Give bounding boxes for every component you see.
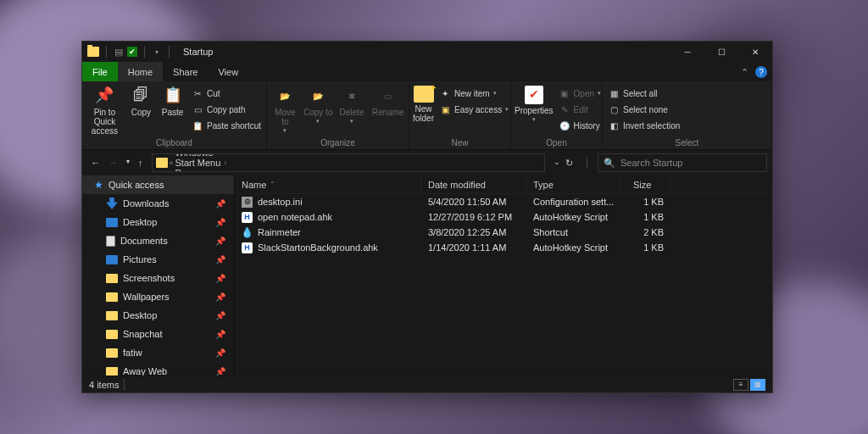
- select-none-button[interactable]: ▢Select none: [606, 102, 682, 117]
- breadcrumb[interactable]: « Microsoft›Windows›Start Menu›Programs›…: [152, 153, 546, 172]
- sidebar-item[interactable]: Screenshots📌: [82, 269, 234, 287]
- refresh-button[interactable]: ↻: [565, 158, 573, 169]
- edit-icon: ✎: [559, 103, 570, 115]
- back-button[interactable]: ←: [91, 158, 100, 168]
- move-to-button[interactable]: 📂 Move to▾: [270, 86, 300, 134]
- help-icon[interactable]: ?: [755, 66, 767, 78]
- col-size[interactable]: Size: [620, 175, 670, 193]
- minimize-button[interactable]: ─: [670, 42, 704, 62]
- search-input[interactable]: 🔍 Search Startup: [598, 153, 767, 172]
- tab-home[interactable]: Home: [118, 62, 163, 81]
- close-button[interactable]: ✕: [738, 42, 772, 62]
- pin-icon: 📌: [93, 86, 115, 106]
- folder-icon: [106, 198, 118, 209]
- sidebar-item[interactable]: Documents📌: [82, 231, 234, 250]
- folder-icon: [106, 218, 118, 227]
- scissors-icon: ✂: [192, 87, 203, 99]
- qa-pin-icon[interactable]: ▤: [114, 47, 124, 57]
- recent-dropdown[interactable]: ▾: [126, 158, 130, 168]
- sidebar-quick-access[interactable]: ★ Quick access: [82, 175, 234, 194]
- rename-button[interactable]: ▭ Rename: [370, 86, 405, 117]
- folder-icon: [106, 330, 118, 339]
- folder-icon: [106, 274, 118, 283]
- column-headers: Name⌃ Date modified Type Size: [235, 175, 772, 194]
- select-all-button[interactable]: ▦Select all: [606, 86, 682, 101]
- folder-icon: [106, 255, 118, 264]
- sidebar-item[interactable]: Wallpapers📌: [82, 287, 234, 306]
- search-placeholder: Search Startup: [620, 158, 682, 168]
- address-dropdown-icon[interactable]: ⌄: [554, 158, 560, 169]
- folder-icon: [106, 367, 118, 376]
- sidebar-item[interactable]: fatiw📌: [82, 343, 234, 362]
- tab-file[interactable]: File: [82, 62, 118, 81]
- details-view-button[interactable]: ≡: [733, 379, 748, 391]
- copy-path-button[interactable]: ▭Copy path: [190, 102, 263, 117]
- tab-view[interactable]: View: [208, 62, 248, 81]
- paste-button[interactable]: 📋 Paste: [159, 86, 186, 117]
- delete-button[interactable]: ✖ Delete▾: [337, 86, 368, 125]
- select-all-icon: ▦: [608, 87, 620, 99]
- forward-button[interactable]: →: [108, 158, 118, 168]
- status-bar: 4 items ≡ ▦: [82, 376, 772, 392]
- shortcut-icon: 📋: [192, 120, 203, 131]
- paste-shortcut-button[interactable]: 📋Paste shortcut: [190, 118, 263, 133]
- sidebar-item[interactable]: Desktop📌: [82, 213, 234, 231]
- sidebar-item[interactable]: Desktop📌: [82, 306, 234, 325]
- maximize-button[interactable]: ☐: [704, 42, 738, 62]
- qa-dropdown-icon[interactable]: ▾: [152, 47, 162, 57]
- breadcrumb-overflow[interactable]: «: [170, 159, 174, 167]
- new-item-button[interactable]: ✦New item ▾: [437, 86, 510, 101]
- tab-share[interactable]: Share: [163, 62, 208, 81]
- qa-save-icon[interactable]: ✔: [127, 47, 137, 57]
- paste-icon: 📋: [162, 86, 184, 106]
- properties-icon: [525, 86, 543, 104]
- file-list: Name⌃ Date modified Type Size ⚙desktop.i…: [235, 175, 772, 376]
- breadcrumb-segment[interactable]: Programs›: [175, 168, 227, 172]
- path-icon: ▭: [192, 103, 203, 115]
- breadcrumb-folder-icon: [156, 158, 168, 168]
- easy-access-button[interactable]: ▣Easy access ▾: [437, 102, 510, 117]
- folder-icon: [106, 311, 118, 320]
- sidebar-item[interactable]: Pictures📌: [82, 250, 234, 269]
- window-title: Startup: [183, 47, 213, 57]
- sidebar-item[interactable]: Snapchat📌: [82, 325, 234, 343]
- col-date[interactable]: Date modified: [421, 175, 526, 193]
- sidebar-item[interactable]: Downloads📌: [82, 194, 234, 213]
- copy-to-button[interactable]: 📂 Copy to▾: [303, 86, 333, 125]
- group-label-select: Select: [606, 138, 768, 149]
- col-name[interactable]: Name⌃: [235, 175, 421, 193]
- item-count: 4 items: [89, 380, 119, 390]
- pin-icon: 📌: [215, 199, 225, 209]
- folder-icon: [106, 292, 118, 302]
- file-row[interactable]: Hopen notepad.ahk 12/27/2019 6:12 PM Aut…: [235, 209, 772, 225]
- ribbon-tabs: File Home Share View ⌃ ?: [82, 62, 772, 82]
- cut-button[interactable]: ✂Cut: [190, 86, 263, 101]
- breadcrumb-segment[interactable]: Start Menu›: [175, 158, 227, 168]
- file-row[interactable]: HSlackStartonBackground.ahk 1/14/2020 1:…: [235, 240, 772, 255]
- properties-button[interactable]: Properties▾: [515, 86, 554, 123]
- ribbon-collapse-icon[interactable]: ⌃: [741, 67, 748, 78]
- pin-icon: 📌: [215, 218, 225, 227]
- folder-icon: [106, 348, 118, 358]
- copyto-icon: 📂: [307, 86, 329, 106]
- group-label-organize: Organize: [270, 138, 405, 149]
- pin-icon: 📌: [215, 236, 225, 246]
- select-none-icon: ▢: [608, 103, 620, 115]
- pin-quick-access-button[interactable]: 📌 Pin to Quick access: [86, 86, 124, 136]
- file-row[interactable]: ⚙desktop.ini 5/4/2020 11:50 AM Configura…: [235, 194, 772, 209]
- edit-button[interactable]: ✎Edit: [557, 102, 603, 117]
- file-row[interactable]: 💧Rainmeter 3/8/2020 12:25 AM Shortcut 2 …: [235, 225, 772, 240]
- copy-button[interactable]: 🗐 Copy: [127, 86, 155, 117]
- new-folder-button[interactable]: New folder: [413, 86, 434, 123]
- icons-view-button[interactable]: ▦: [750, 379, 765, 391]
- folder-icon: [106, 236, 115, 247]
- history-button[interactable]: 🕘History: [557, 118, 603, 133]
- open-button[interactable]: ▣Open ▾: [557, 86, 603, 101]
- pin-icon: 📌: [215, 330, 225, 339]
- move-icon: 📂: [274, 86, 296, 106]
- invert-selection-button[interactable]: ◧Invert selection: [606, 118, 682, 133]
- up-button[interactable]: ↑: [138, 158, 143, 168]
- explorer-window: ▤ ✔ ▾ Startup ─ ☐ ✕ File Home Share View…: [81, 41, 773, 393]
- col-type[interactable]: Type: [526, 175, 620, 193]
- sidebar-item[interactable]: Away Web📌: [82, 362, 234, 376]
